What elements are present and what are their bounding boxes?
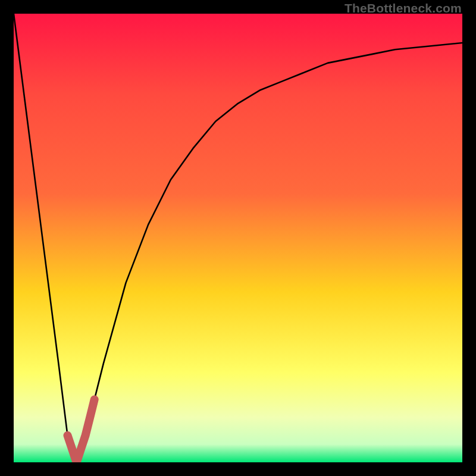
plot-area	[14, 14, 462, 462]
highlight-j	[68, 399, 95, 462]
watermark-text: TheBottleneck.com	[345, 1, 462, 15]
curves-layer	[14, 14, 462, 462]
bottleneck-curve	[14, 14, 462, 462]
chart-frame: TheBottleneck.com	[0, 0, 476, 476]
